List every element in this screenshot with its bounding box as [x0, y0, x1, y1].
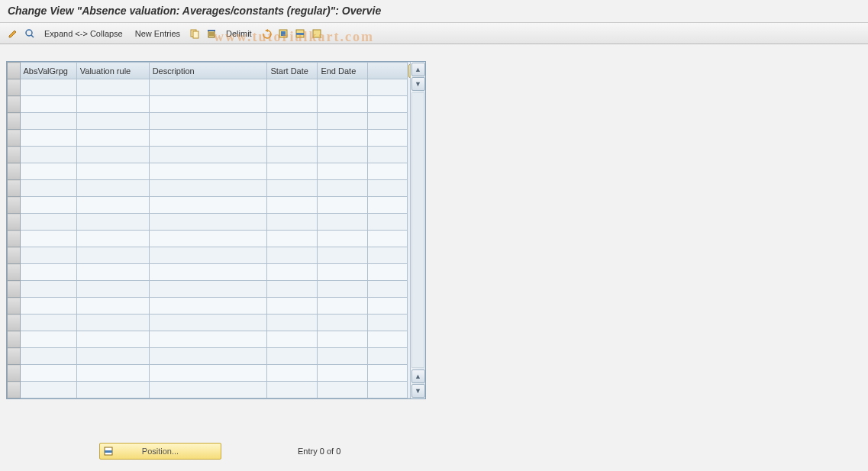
- cell[interactable]: [318, 298, 368, 315]
- cell[interactable]: [368, 331, 408, 348]
- cell[interactable]: [76, 348, 149, 365]
- cell[interactable]: [368, 113, 408, 130]
- table-row[interactable]: [8, 348, 408, 365]
- row-selector[interactable]: [8, 365, 21, 382]
- cell[interactable]: [20, 214, 76, 231]
- cell[interactable]: [368, 180, 408, 197]
- cell[interactable]: [20, 331, 76, 348]
- cell[interactable]: [76, 96, 149, 113]
- cell[interactable]: [20, 365, 76, 382]
- cell[interactable]: [318, 348, 368, 365]
- cell[interactable]: [318, 247, 368, 264]
- cell[interactable]: [318, 382, 368, 398]
- vertical-scrollbar[interactable]: ▲ ▼ ▲ ▼: [410, 62, 425, 398]
- cell[interactable]: [318, 180, 368, 197]
- cell[interactable]: [149, 348, 267, 365]
- cell[interactable]: [20, 348, 76, 365]
- table-row[interactable]: [8, 331, 408, 348]
- cell[interactable]: [20, 231, 76, 247]
- cell[interactable]: [318, 331, 368, 348]
- cell[interactable]: [149, 96, 267, 113]
- cell[interactable]: [20, 247, 76, 264]
- cell[interactable]: [267, 130, 318, 147]
- toggle-display-change-icon[interactable]: [6, 27, 20, 40]
- cell[interactable]: [20, 130, 76, 147]
- col-header-end-date[interactable]: End Date: [318, 63, 368, 79]
- cell[interactable]: [318, 113, 368, 130]
- scroll-down-icon[interactable]: ▼: [411, 77, 425, 91]
- cell[interactable]: [368, 79, 408, 96]
- cell[interactable]: [267, 231, 318, 247]
- table-row[interactable]: [8, 113, 408, 130]
- cell[interactable]: [76, 180, 149, 197]
- cell[interactable]: [368, 247, 408, 264]
- position-button[interactable]: Position...: [99, 443, 221, 460]
- cell[interactable]: [267, 331, 318, 348]
- cell[interactable]: [368, 264, 408, 281]
- cell[interactable]: [368, 348, 408, 365]
- copy-icon[interactable]: [188, 27, 202, 40]
- cell[interactable]: [267, 113, 318, 130]
- cell[interactable]: [149, 281, 267, 298]
- cell[interactable]: [76, 113, 149, 130]
- table-row[interactable]: [8, 247, 408, 264]
- row-selector[interactable]: [8, 79, 21, 96]
- cell[interactable]: [318, 315, 368, 331]
- cell[interactable]: [368, 365, 408, 382]
- cell[interactable]: [20, 298, 76, 315]
- col-header-absvalgrpg[interactable]: AbsValGrpg: [20, 63, 76, 79]
- cell[interactable]: [76, 331, 149, 348]
- cell[interactable]: [267, 281, 318, 298]
- table-row[interactable]: [8, 231, 408, 247]
- cell[interactable]: [149, 298, 267, 315]
- table-row[interactable]: [8, 214, 408, 231]
- select-block-icon[interactable]: [293, 27, 307, 40]
- cell[interactable]: [149, 214, 267, 231]
- table-row[interactable]: [8, 96, 408, 113]
- deselect-all-icon[interactable]: [310, 27, 324, 40]
- table-row[interactable]: [8, 197, 408, 214]
- expand-collapse-button[interactable]: Expand <-> Collapse: [40, 27, 127, 40]
- cell[interactable]: [267, 79, 318, 96]
- row-selector[interactable]: [8, 130, 21, 147]
- cell[interactable]: [318, 365, 368, 382]
- row-selector[interactable]: [8, 96, 21, 113]
- cell[interactable]: [318, 214, 368, 231]
- cell[interactable]: [267, 264, 318, 281]
- cell[interactable]: [267, 382, 318, 398]
- cell[interactable]: [149, 163, 267, 180]
- delimit-button[interactable]: Delimit: [221, 27, 257, 40]
- cell[interactable]: [318, 197, 368, 214]
- table-row[interactable]: [8, 264, 408, 281]
- row-selector-header[interactable]: [8, 63, 21, 79]
- cell[interactable]: [76, 130, 149, 147]
- cell[interactable]: [20, 163, 76, 180]
- cell[interactable]: [20, 96, 76, 113]
- select-all-icon[interactable]: [276, 27, 290, 40]
- row-selector[interactable]: [8, 163, 21, 180]
- cell[interactable]: [267, 298, 318, 315]
- cell[interactable]: [76, 365, 149, 382]
- cell[interactable]: [76, 147, 149, 163]
- cell[interactable]: [149, 231, 267, 247]
- cell[interactable]: [76, 231, 149, 247]
- scroll-track[interactable]: [411, 92, 424, 368]
- scroll-up2-icon[interactable]: ▲: [411, 369, 425, 383]
- scroll-down2-icon[interactable]: ▼: [411, 384, 425, 398]
- undo-icon[interactable]: [260, 27, 273, 40]
- row-selector[interactable]: [8, 298, 21, 315]
- cell[interactable]: [267, 180, 318, 197]
- cell[interactable]: [368, 147, 408, 163]
- cell[interactable]: [76, 298, 149, 315]
- table-row[interactable]: [8, 365, 408, 382]
- cell[interactable]: [20, 113, 76, 130]
- cell[interactable]: [267, 365, 318, 382]
- cell[interactable]: [267, 197, 318, 214]
- row-selector[interactable]: [8, 113, 21, 130]
- cell[interactable]: [267, 96, 318, 113]
- row-selector[interactable]: [8, 197, 21, 214]
- row-selector[interactable]: [8, 214, 21, 231]
- cell[interactable]: [318, 147, 368, 163]
- cell[interactable]: [368, 315, 408, 331]
- cell[interactable]: [20, 264, 76, 281]
